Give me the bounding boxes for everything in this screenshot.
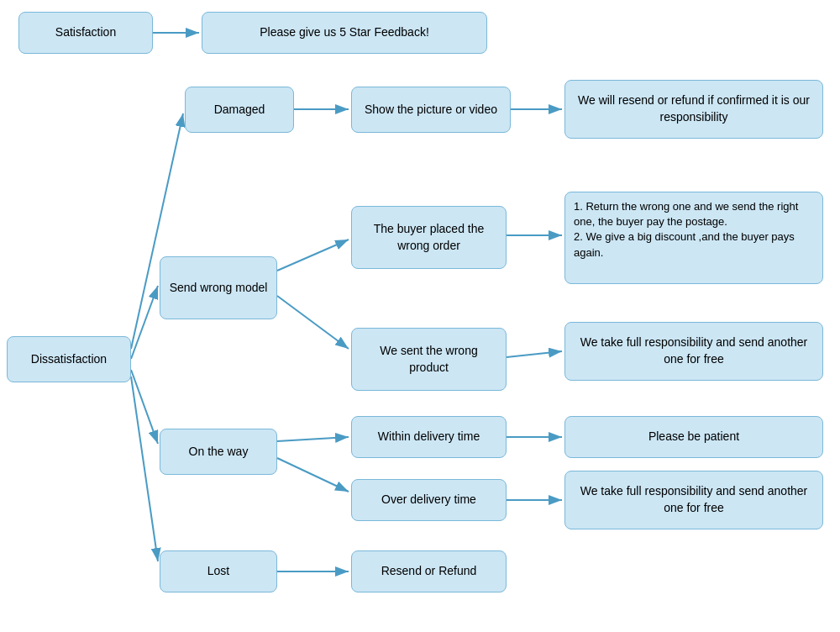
please-be-patient-node: Please be patient	[564, 416, 823, 458]
within-delivery-node: Within delivery time	[351, 416, 507, 458]
resend-refund-label: Resend or Refund	[381, 563, 477, 580]
full-responsibility-label: We take full responsibility and send ano…	[574, 334, 814, 367]
resend-refund-confirmed-node: We will resend or refund if confirmed it…	[564, 80, 823, 139]
resend-refund-node: Resend or Refund	[351, 550, 507, 592]
send-wrong-model-node: Send wrong model	[160, 256, 277, 319]
sent-wrong-product-label: We sent the wrong product	[360, 343, 497, 376]
svg-line-13	[277, 458, 349, 492]
svg-line-3	[131, 286, 158, 359]
over-delivery-node: Over delivery time	[351, 479, 507, 521]
satisfaction-node: Satisfaction	[18, 12, 153, 54]
full-responsibility-2-label: We take full responsibility and send ano…	[574, 483, 814, 516]
damaged-label: Damaged	[214, 102, 265, 118]
lost-label: Lost	[207, 563, 229, 580]
resend-refund-confirmed-label: We will resend or refund if confirmed it…	[574, 92, 814, 125]
sent-wrong-product-node: We sent the wrong product	[351, 328, 507, 391]
five-star-node: Please give us 5 Star Feedback!	[202, 12, 487, 54]
buyer-placed-wrong-node: The buyer placed the wrong order	[351, 206, 507, 269]
dissatisfaction-label: Dissatisfaction	[31, 351, 107, 368]
buyer-wrong-result-node: 1. Return the wrong one and we send the …	[564, 192, 823, 284]
please-be-patient-label: Please be patient	[648, 429, 739, 445]
dissatisfaction-node: Dissatisfaction	[7, 336, 131, 382]
svg-line-8	[277, 240, 349, 271]
send-wrong-model-label: Send wrong model	[170, 280, 268, 297]
svg-line-11	[507, 351, 562, 357]
svg-line-12	[277, 437, 349, 441]
full-responsibility-2-node: We take full responsibility and send ano…	[564, 471, 823, 529]
buyer-wrong-result-label: 1. Return the wrong one and we send the …	[574, 199, 814, 261]
over-delivery-label: Over delivery time	[381, 492, 476, 508]
svg-line-5	[131, 377, 158, 561]
show-picture-node: Show the picture or video	[351, 87, 511, 133]
satisfaction-label: Satisfaction	[55, 24, 116, 41]
within-delivery-label: Within delivery time	[378, 429, 480, 445]
svg-line-4	[131, 370, 158, 444]
buyer-placed-wrong-label: The buyer placed the wrong order	[360, 221, 497, 254]
five-star-label: Please give us 5 Star Feedback!	[260, 24, 429, 41]
on-the-way-node: On the way	[160, 429, 277, 475]
full-responsibility-node: We take full responsibility and send ano…	[564, 322, 823, 381]
show-picture-label: Show the picture or video	[365, 102, 497, 118]
lost-node: Lost	[160, 550, 277, 592]
flowchart: Satisfaction Please give us 5 Star Feedb…	[0, 0, 840, 632]
on-the-way-label: On the way	[189, 444, 249, 461]
damaged-node: Damaged	[185, 87, 294, 133]
svg-line-9	[277, 296, 349, 349]
